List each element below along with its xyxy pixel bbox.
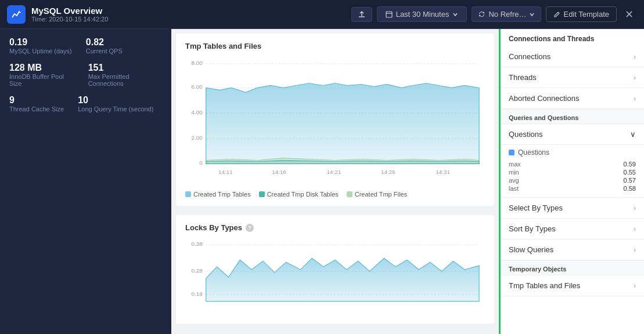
nav-tmp-tables-files[interactable]: Tmp Tables and Files › bbox=[501, 275, 644, 296]
legend-label-2: Created Tmp Disk Tables bbox=[267, 191, 339, 198]
section-queries-questions: Queries and Questions bbox=[501, 109, 644, 124]
stat-row-3: 9 Thread Cache Size 10 Long Query Time (… bbox=[9, 95, 162, 112]
time-range-button[interactable]: Last 30 Minutes bbox=[377, 6, 467, 22]
svg-text:14:26: 14:26 bbox=[381, 169, 395, 175]
upload-button[interactable] bbox=[351, 7, 372, 22]
close-button[interactable]: ✕ bbox=[621, 6, 637, 23]
legend-item-3: Created Tmp Files bbox=[347, 191, 407, 198]
stat-long-query: 10 Long Query Time (second) bbox=[78, 95, 153, 112]
chart-tmp-tables: Tmp Tables and Files 8.00 6.00 4.00 2.00… bbox=[176, 34, 494, 206]
svg-text:0.28: 0.28 bbox=[191, 267, 203, 274]
chart-locks: Locks By Types ? 0.38 0.28 0.19 bbox=[176, 215, 494, 324]
stat-uptime-label: MySQL Uptime (days) bbox=[9, 48, 72, 55]
legend-label-3: Created Tmp Files bbox=[355, 191, 407, 198]
stat-row-1: 0.19 MySQL Uptime (days) 0.82 Current QP… bbox=[9, 37, 162, 55]
edit-icon bbox=[553, 11, 560, 18]
svg-text:0.38: 0.38 bbox=[191, 241, 203, 247]
edit-template-label: Edit Template bbox=[563, 10, 609, 19]
chevron-down-icon: ∨ bbox=[630, 130, 636, 139]
svg-text:14:21: 14:21 bbox=[327, 169, 341, 175]
stat-innodb-value: 128 MB bbox=[9, 63, 74, 73]
stat-innodb-label: InnoDB Buffer Pool Size bbox=[9, 73, 74, 87]
q-stat-last: last 0.58 bbox=[509, 184, 636, 193]
svg-text:4.00: 4.00 bbox=[191, 109, 203, 115]
chart-tmp-tables-area: 8.00 6.00 4.00 2.00 0 bbox=[185, 56, 485, 198]
stat-uptime: 0.19 MySQL Uptime (days) bbox=[9, 37, 72, 55]
legend-item-2: Created Tmp Disk Tables bbox=[259, 191, 339, 198]
stat-long-query-label: Long Query Time (second) bbox=[78, 106, 153, 112]
refresh-icon bbox=[478, 10, 485, 18]
svg-text:8.00: 8.00 bbox=[191, 60, 203, 66]
svg-text:14:11: 14:11 bbox=[218, 169, 233, 175]
topbar: MySQL Overview Time: 2020-10-15 14:42:20… bbox=[0, 0, 644, 29]
chevron-down-icon bbox=[452, 12, 458, 17]
app-logo bbox=[7, 5, 26, 24]
stat-long-query-value: 10 bbox=[78, 95, 153, 106]
stat-row-2: 128 MB InnoDB Buffer Pool Size 151 Max P… bbox=[9, 63, 162, 87]
page-title: MySQL Overview bbox=[31, 6, 351, 16]
legend-color-3 bbox=[347, 191, 352, 197]
main-layout: 0.19 MySQL Uptime (days) 0.82 Current QP… bbox=[0, 29, 644, 334]
right-nav-panel: Connections and Threads Connections › Th… bbox=[499, 29, 644, 334]
edit-template-button[interactable]: Edit Template bbox=[546, 6, 617, 22]
stat-qps-label: Current QPS bbox=[86, 48, 123, 55]
topbar-controls: Last 30 Minutes No Refre… Edit Template … bbox=[351, 6, 637, 23]
svg-text:6.00: 6.00 bbox=[191, 84, 203, 90]
legend-label-1: Created Tmp Tables bbox=[193, 191, 251, 198]
chart-tmp-tables-svg: 8.00 6.00 4.00 2.00 0 bbox=[185, 56, 485, 184]
refresh-chevron-icon bbox=[529, 12, 535, 17]
chevron-right-icon: › bbox=[634, 95, 636, 103]
legend-item-1: Created Tmp Tables bbox=[185, 191, 251, 198]
legend-color-1 bbox=[185, 191, 191, 197]
chevron-right-icon: › bbox=[634, 246, 636, 254]
chevron-right-icon: › bbox=[634, 282, 636, 290]
help-icon[interactable]: ? bbox=[246, 224, 254, 232]
page-subtitle: Time: 2020-10-15 14:42:20 bbox=[31, 16, 351, 23]
nav-sort-by-types[interactable]: Sort By Types › bbox=[501, 219, 644, 239]
section-connections-threads: Connections and Threads bbox=[501, 29, 644, 46]
chart1-legend: Created Tmp Tables Created Tmp Disk Tabl… bbox=[185, 191, 485, 198]
svg-text:0: 0 bbox=[199, 159, 203, 166]
svg-text:14:16: 14:16 bbox=[272, 169, 286, 175]
nav-aborted-connections[interactable]: Aborted Connections › bbox=[501, 88, 644, 109]
refresh-button[interactable]: No Refre… bbox=[472, 6, 541, 22]
refresh-label: No Refre… bbox=[488, 10, 526, 19]
chart-locks-title: Locks By Types ? bbox=[185, 223, 485, 232]
svg-text:2.00: 2.00 bbox=[191, 135, 203, 141]
questions-expanded: Questions ∨ Questions max 0.59 min 0.55 … bbox=[501, 124, 644, 198]
stat-uptime-value: 0.19 bbox=[9, 37, 72, 48]
chevron-right-icon: › bbox=[634, 53, 636, 61]
q-stat-min: min 0.55 bbox=[509, 168, 636, 176]
chart-tmp-tables-title: Tmp Tables and Files bbox=[185, 42, 485, 50]
nav-slow-queries[interactable]: Slow Queries › bbox=[501, 239, 644, 260]
left-stats-panel: 0.19 MySQL Uptime (days) 0.82 Current QP… bbox=[0, 29, 171, 334]
stat-max-conn-value: 151 bbox=[88, 63, 162, 73]
nav-threads[interactable]: Threads › bbox=[501, 67, 644, 88]
nav-connections[interactable]: Connections › bbox=[501, 46, 644, 67]
section-temporary-objects: Temporary Objects bbox=[501, 260, 644, 275]
chart-locks-svg: 0.38 0.28 0.19 bbox=[185, 238, 485, 313]
time-range-label: Last 30 Minutes bbox=[396, 10, 449, 19]
stat-qps: 0.82 Current QPS bbox=[86, 37, 123, 55]
stat-max-conn: 151 Max Permitted Connections bbox=[88, 63, 162, 87]
q-stat-max: max 0.59 bbox=[509, 160, 636, 168]
stat-thread-cache: 9 Thread Cache Size bbox=[9, 95, 64, 112]
svg-marker-12 bbox=[206, 83, 479, 164]
questions-detail: Questions max 0.59 min 0.55 avg 0.57 las… bbox=[501, 145, 644, 198]
svg-marker-26 bbox=[206, 258, 479, 301]
q-legend: Questions bbox=[509, 148, 636, 157]
q-legend-dot bbox=[509, 150, 515, 155]
stat-max-conn-label: Max Permitted Connections bbox=[88, 73, 162, 87]
chart-locks-area: 0.38 0.28 0.19 bbox=[185, 238, 485, 315]
svg-rect-0 bbox=[386, 12, 392, 17]
stat-innodb: 128 MB InnoDB Buffer Pool Size bbox=[9, 63, 74, 87]
stat-thread-cache-label: Thread Cache Size bbox=[9, 106, 64, 112]
chevron-right-icon: › bbox=[634, 204, 636, 212]
q-stat-avg: avg 0.57 bbox=[509, 176, 636, 184]
svg-text:0.19: 0.19 bbox=[191, 291, 203, 297]
svg-text:14:31: 14:31 bbox=[436, 169, 450, 175]
nav-questions-header[interactable]: Questions ∨ bbox=[501, 124, 644, 145]
nav-select-by-types[interactable]: Select By Types › bbox=[501, 198, 644, 219]
legend-color-2 bbox=[259, 191, 265, 197]
chevron-right-icon: › bbox=[634, 74, 636, 82]
